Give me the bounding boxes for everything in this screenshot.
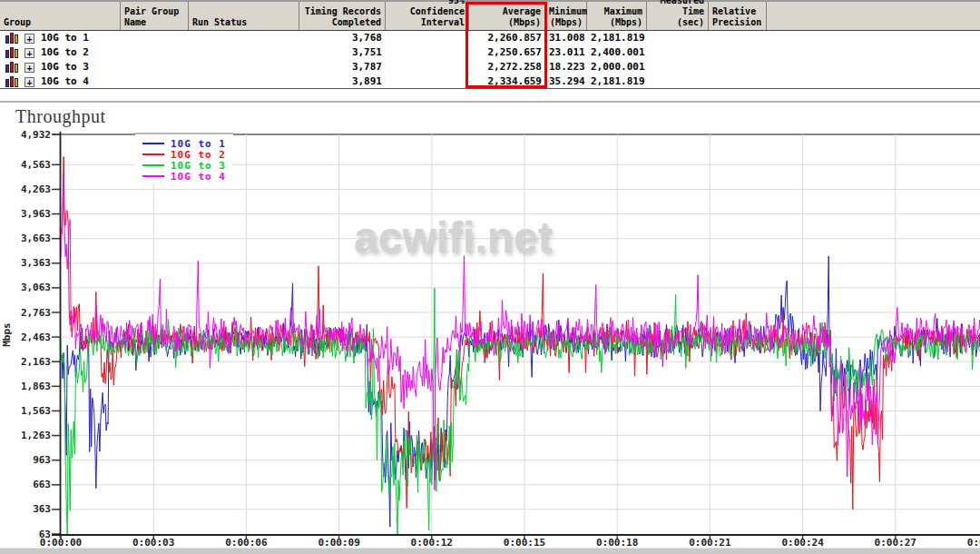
run-status-cell [189,60,299,74]
timing-records-cell: 3,787 [299,60,386,74]
y-tick-label: 2,463 [0,331,51,343]
pair-group-chart-icon [5,47,18,58]
pair-group-chart-icon [5,76,18,87]
y-tick-label: 1,563 [0,405,51,417]
column-header-timing-records[interactable]: Timing Records Completed [299,2,386,30]
y-tick-label: 4,563 [0,159,51,171]
y-tick-label: 4,932 [0,129,51,141]
column-header-confidence[interactable]: 95% Confidence Interval [386,2,469,30]
y-tick-label: 363 [0,503,51,515]
expand-icon[interactable]: + [24,63,34,73]
y-tick-label: 1,263 [0,430,51,441]
group-name-label: 10G to 4 [41,74,89,89]
legend-line-swatch [142,143,164,144]
relative-precision-cell [709,60,767,74]
table-row[interactable]: +10G to 43,8912,334.65935.2942,181.819 [0,74,980,89]
relative-precision-cell [709,31,767,45]
filler-cell [767,31,980,45]
table-row[interactable]: +10G to 23,7512,250.65723.0112,400.001 [0,45,980,60]
group-cell: +10G to 4 [0,74,121,89]
column-header-group[interactable]: Group [0,2,121,30]
y-tick-label: 2,763 [0,307,51,319]
minimum-mbps-cell: 31.008 [545,31,587,45]
y-tick-label: 963 [0,454,51,466]
table-row[interactable]: +10G to 13,7682,260.85731.0082,181.819 [0,31,980,45]
legend-label: 10G to 4 [171,171,226,183]
ixchariot-results-window: Group Pair Group Name Run Status Timing … [0,0,980,554]
table-header-row: Group Pair Group Name Run Status Timing … [0,2,980,31]
expand-icon[interactable]: + [24,48,34,58]
y-axis-label: Mbps [1,317,13,353]
maximum-mbps-cell: 2,400.001 [587,45,647,60]
column-header-minimum[interactable]: Minimum (Mbps) [545,2,587,30]
measured-time-cell [647,60,709,74]
average-mbps-cell: 2,260.857 [469,31,545,45]
minimum-mbps-cell: 18.223 [545,60,587,74]
bottom-pane-edge [0,548,980,554]
group-name-label: 10G to 2 [41,45,89,60]
series-line-10g-to-4 [61,175,980,490]
minimum-mbps-cell: 23.011 [545,45,587,60]
series-line-10g-to-3 [61,288,980,534]
group-name-label: 10G to 1 [41,31,89,45]
group-name-label: 10G to 3 [41,60,89,74]
series-line-10g-to-2 [61,157,980,509]
legend-label: 10G to 1 [171,138,226,150]
legend-line-swatch [142,164,164,166]
filler-cell [767,60,980,74]
expand-icon[interactable]: + [24,34,34,44]
column-header-relative-precision[interactable]: Relative Precision [709,2,767,30]
confidence-interval-cell [386,31,469,45]
y-tick-label: 3,063 [0,282,51,293]
relative-precision-cell [709,74,767,89]
column-header-pair-group-name[interactable]: Pair Group Name [121,2,189,30]
y-tick-label: 4,263 [0,183,51,195]
maximum-mbps-cell: 2,181.819 [587,31,647,45]
pair-group-name-cell [121,45,189,60]
column-header-average[interactable]: Average (Mbps) [469,2,545,30]
timing-records-cell: 3,891 [299,74,386,89]
chart-legend: 10G to 110G to 210G to 310G to 4 [135,133,233,183]
pair-group-chart-icon [5,62,18,73]
expand-icon[interactable]: + [24,77,34,87]
legend-line-swatch [142,153,164,155]
average-mbps-cell: 2,334.659 [469,74,545,89]
y-tick-label: 2,163 [0,356,51,368]
timing-records-cell: 3,768 [299,31,386,45]
legend-line-swatch [142,175,164,177]
relative-precision-cell [709,45,767,60]
table-body: +10G to 13,7682,260.85731.0082,181.819+1… [0,31,980,89]
filler-cell [767,45,980,60]
pane-divider [0,101,980,103]
legend-entry: 10G to 1 [142,138,226,149]
column-header-measured-time[interactable]: Measured Time (sec) [647,2,709,30]
column-header-run-status[interactable]: Run Status [189,2,299,30]
group-cell: +10G to 3 [0,60,121,74]
pair-group-chart-icon [5,33,18,44]
measured-time-cell [647,74,709,89]
confidence-interval-cell [386,45,469,60]
measured-time-cell [647,45,709,60]
column-header-maximum[interactable]: Maximum (Mbps) [587,2,647,30]
series-line-10g-to-1 [61,256,980,527]
measured-time-cell [647,31,709,45]
legend-entry: 10G to 3 [142,160,226,171]
pair-group-name-cell [121,60,189,74]
legend-label: 10G to 3 [171,160,226,172]
y-tick-label: 3,663 [0,232,51,244]
results-table: Group Pair Group Name Run Status Timing … [0,0,980,89]
pair-group-name-cell [121,74,189,89]
run-status-cell [189,45,299,60]
chart-title: Throughput [15,106,105,127]
pair-group-name-cell [121,31,189,45]
legend-entry: 10G to 2 [142,149,226,160]
table-row[interactable]: +10G to 33,7872,272.25818.2232,000.001 [0,60,980,74]
y-tick-label: 1,863 [0,381,51,392]
confidence-interval-cell [386,74,469,89]
group-cell: +10G to 2 [0,45,121,60]
legend-entry: 10G to 4 [142,171,226,182]
column-header-filler [767,2,980,30]
maximum-mbps-cell: 2,181.819 [587,74,647,89]
average-mbps-cell: 2,272.258 [469,60,545,74]
maximum-mbps-cell: 2,000.001 [587,60,647,74]
